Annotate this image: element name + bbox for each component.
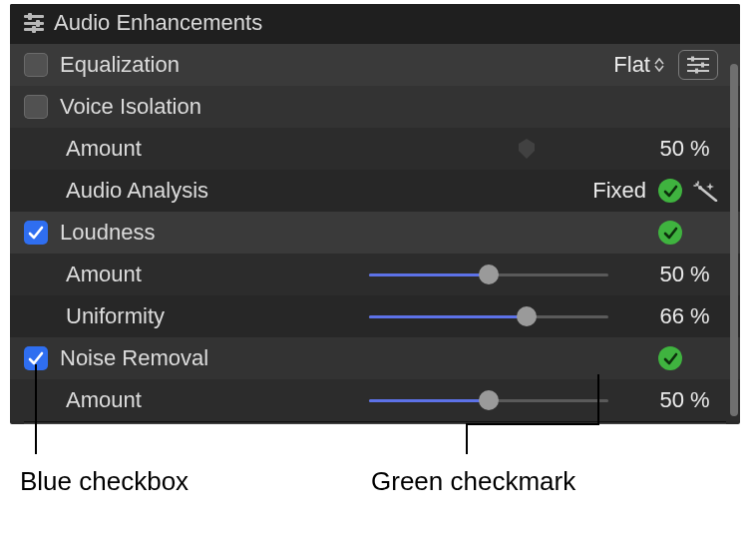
audio-analysis-ok-icon — [658, 179, 682, 203]
noise-removal-amount-unit: % — [690, 387, 718, 413]
voice-isolation-amount-label: Amount — [24, 136, 142, 162]
voice-isolation-amount-unit: % — [690, 136, 718, 162]
callout-blue-checkbox: Blue checkbox — [20, 466, 189, 497]
loudness-amount-unit: % — [690, 262, 718, 287]
section-title: Audio Enhancements — [54, 10, 262, 36]
svg-rect-4 — [701, 63, 704, 68]
marker-icon — [517, 138, 537, 160]
noise-removal-checkbox[interactable] — [24, 346, 48, 370]
updown-icon — [654, 58, 664, 72]
loudness-uniformity-label: Uniformity — [24, 303, 165, 329]
loudness-amount-row: Amount 50 % — [10, 254, 740, 295]
noise-removal-amount-label: Amount — [24, 387, 142, 413]
section-header: Audio Enhancements — [10, 4, 740, 44]
loudness-row: Loudness — [10, 212, 740, 254]
loudness-uniformity-slider[interactable] — [369, 304, 608, 328]
magic-wand-button[interactable] — [692, 180, 718, 202]
voice-isolation-label: Voice Isolation — [60, 94, 201, 120]
equalizer-icon — [24, 15, 44, 31]
loudness-uniformity-row: Uniformity 66 % — [10, 295, 740, 337]
loudness-uniformity-value[interactable]: 66 — [634, 303, 684, 329]
callout-green-checkmark: Green checkmark — [371, 466, 575, 497]
equalization-row: Equalization Flat — [10, 44, 740, 86]
voice-isolation-amount-row: Amount 50 % — [10, 128, 740, 170]
loudness-uniformity-unit: % — [690, 303, 718, 329]
callouts-area: Blue checkbox Green checkmark — [0, 424, 756, 514]
loudness-checkbox[interactable] — [24, 221, 48, 245]
equalization-label: Equalization — [60, 52, 180, 78]
loudness-amount-value[interactable]: 50 — [634, 262, 684, 287]
noise-removal-row: Noise Removal — [10, 337, 740, 379]
equalization-settings-button[interactable] — [678, 50, 718, 80]
noise-removal-ok-icon — [658, 346, 682, 370]
audio-enhancements-panel: Audio Enhancements Equalization Flat — [10, 4, 740, 424]
audio-analysis-label: Audio Analysis — [24, 178, 208, 204]
svg-point-6 — [698, 186, 702, 190]
noise-removal-amount-value[interactable]: 50 — [634, 387, 684, 413]
equalization-checkbox[interactable] — [24, 53, 48, 77]
audio-analysis-row: Audio Analysis Fixed — [10, 170, 740, 212]
voice-isolation-row: Voice Isolation — [10, 86, 740, 128]
scrollbar-thumb[interactable] — [730, 64, 738, 416]
voice-isolation-amount-value[interactable]: 50 — [634, 136, 684, 162]
voice-isolation-checkbox[interactable] — [24, 95, 48, 119]
svg-rect-3 — [691, 57, 694, 62]
equalization-preset-dropdown[interactable]: Flat — [613, 52, 664, 78]
noise-removal-amount-slider[interactable] — [369, 388, 608, 412]
scrollbar[interactable] — [730, 64, 738, 416]
noise-removal-label: Noise Removal — [60, 345, 208, 371]
audio-analysis-status: Fixed — [592, 178, 646, 204]
equalization-preset-value: Flat — [613, 52, 650, 78]
loudness-ok-icon — [658, 221, 682, 245]
noise-removal-amount-row: Amount 50 % — [10, 379, 740, 421]
loudness-amount-slider[interactable] — [369, 263, 608, 286]
svg-rect-5 — [695, 69, 698, 74]
sliders-icon — [687, 56, 709, 74]
loudness-amount-label: Amount — [24, 262, 142, 287]
loudness-label: Loudness — [60, 220, 155, 246]
